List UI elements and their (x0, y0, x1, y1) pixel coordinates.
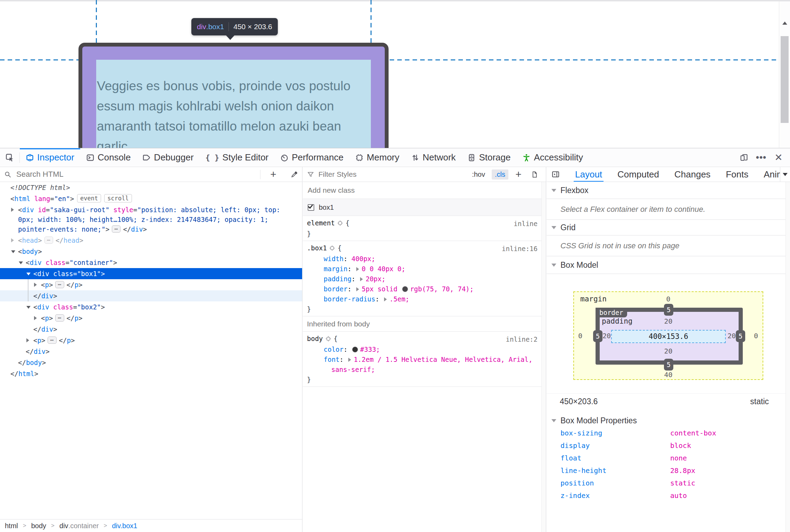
search-input[interactable]: Search HTML (16, 170, 64, 179)
border-right-value[interactable]: 5 (736, 330, 745, 342)
tab-accessibility[interactable]: Accessibility (516, 148, 589, 167)
tab-debugger[interactable]: Debugger (136, 148, 199, 167)
expand-inline-button[interactable]: ⋯ (55, 314, 64, 322)
expand-shorthand-icon[interactable] (356, 287, 359, 291)
twisty-icon[interactable] (26, 306, 31, 309)
tab-memory[interactable]: Memory (349, 148, 405, 167)
box-model-property-row[interactable]: floatnone (547, 452, 785, 464)
margin-top-value[interactable]: 0 (574, 295, 763, 303)
margin-bottom-value[interactable]: 40 (574, 371, 763, 379)
box-model-properties-header[interactable]: Box Model Properties (547, 414, 785, 427)
tab-performance[interactable]: Performance (274, 148, 349, 167)
expand-shorthand-icon[interactable] (360, 277, 363, 281)
css-declaration[interactable]: font: 1.2em / 1.5 Helvetica Neue, Helvet… (303, 355, 541, 365)
tree-row[interactable]: <p>⋯</p> (0, 335, 302, 346)
tree-row[interactable]: <head>⋯</head> (0, 235, 302, 246)
create-node-button[interactable]: + (265, 168, 281, 180)
expand-shorthand-icon[interactable] (356, 267, 359, 271)
rule-selector[interactable]: body (307, 335, 323, 342)
css-declaration[interactable]: border: 5px solid rgb(75, 70, 74); (303, 284, 541, 294)
css-declaration[interactable]: color: #333; (303, 344, 541, 355)
tab-inspector[interactable]: Inspector (20, 148, 80, 167)
box-model-property-row[interactable]: box-sizingcontent-box (547, 427, 785, 439)
box-model-content-box[interactable]: 400×153.6 (611, 330, 726, 343)
border-bottom-value[interactable]: 5 (664, 359, 673, 371)
responsive-design-mode-button[interactable] (735, 153, 752, 162)
tree-row-selected[interactable]: <div class="box1"> (0, 268, 302, 279)
twisty-icon[interactable] (34, 283, 37, 287)
tree-row[interactable]: 0px; width: 100%; height…100%; z-index: … (0, 215, 302, 225)
box-model-property-row[interactable]: z-indexauto (547, 489, 785, 502)
expand-sidebar-button[interactable] (551, 170, 560, 178)
expand-shorthand-icon[interactable] (348, 358, 351, 362)
breadcrumb-item[interactable]: body (31, 522, 46, 530)
rules-scrollbar-track[interactable] (541, 182, 546, 532)
css-declaration[interactable]: border-radius: .5em; (303, 294, 541, 304)
border-left-value[interactable]: 5 (593, 330, 602, 342)
sidebar-tab-changes[interactable]: Changes (674, 167, 710, 182)
close-devtools-button[interactable]: ✕ (770, 152, 787, 163)
highlight-selector-icon[interactable] (329, 244, 335, 254)
padding-right-value[interactable]: 20 (727, 332, 736, 340)
padding-bottom-value[interactable]: 20 (574, 347, 763, 355)
tree-row[interactable]: <div id="saka-gui-root" style="position:… (0, 204, 302, 215)
class-checkbox[interactable] (308, 204, 314, 211)
css-declaration[interactable]: padding: 20px; (303, 274, 541, 284)
toggle-classes-button[interactable]: .cls (492, 169, 508, 180)
color-swatch[interactable] (402, 286, 408, 292)
tree-row[interactable]: <div class="box2"> (0, 301, 302, 313)
breadcrumb-item[interactable]: div.box1 (112, 522, 137, 530)
color-swatch[interactable] (352, 347, 358, 352)
tree-row[interactable]: </body> (0, 357, 302, 368)
breadcrumb-item[interactable]: html (5, 522, 18, 530)
tree-row[interactable]: <body> (0, 246, 302, 257)
filter-styles-input[interactable]: Filter Styles (318, 170, 357, 178)
padding-left-value[interactable]: 20 (602, 332, 611, 340)
css-declaration[interactable]: width: 400px; (303, 254, 541, 264)
add-rule-button[interactable]: + (513, 168, 524, 180)
node-badge[interactable]: scroll (104, 194, 132, 202)
tree-row[interactable]: <html lang="en">eventscroll (0, 193, 302, 204)
add-class-row[interactable]: Add new class (303, 182, 541, 199)
tree-row[interactable]: </div> (0, 324, 302, 335)
tree-row[interactable]: </div> (0, 346, 302, 357)
box-model-property-row[interactable]: displayblock (547, 439, 785, 452)
twisty-icon[interactable] (26, 273, 31, 275)
twisty-icon[interactable] (19, 261, 23, 264)
devtools-menu-button[interactable]: ••• (752, 152, 770, 163)
toggle-pseudo-classes-button[interactable]: :hov (469, 169, 488, 180)
breadcrumb-item[interactable]: div.container (59, 522, 99, 530)
margin-left-value[interactable]: 0 (578, 332, 582, 340)
rule-source-link[interactable]: inline (514, 219, 538, 229)
print-media-simulation-button[interactable] (529, 171, 540, 178)
rule-selector[interactable]: .box1 (307, 244, 327, 252)
twisty-icon[interactable] (11, 208, 14, 212)
sidebar-scrollbar-track[interactable] (785, 182, 790, 532)
scrollbar-thumb[interactable] (781, 36, 789, 123)
tab-style-editor[interactable]: { } Style Editor (200, 148, 275, 167)
tree-row[interactable]: <div class="container"> (0, 257, 302, 268)
box-model-property-row[interactable]: line-height28.8px (547, 464, 785, 477)
twisty-icon[interactable] (26, 338, 29, 342)
twisty-icon[interactable] (11, 238, 14, 242)
tree-row[interactable]: <p>⋯</p> (0, 313, 302, 324)
add-class-input[interactable]: Add new class (308, 186, 355, 194)
sidebar-tabs-overflow-button[interactable] (780, 167, 790, 182)
sidebar-tab-fonts[interactable]: Fonts (726, 167, 748, 182)
scroll-up-arrow-icon[interactable] (782, 22, 787, 25)
twisty-icon[interactable] (11, 250, 15, 253)
padding-top-value[interactable]: 20 (574, 317, 763, 325)
css-declaration[interactable]: margin: 0 0 40px 0; (303, 264, 541, 274)
rule-source-link[interactable]: inline:16 (502, 244, 538, 254)
box-model-property-row[interactable]: positionstatic (547, 477, 785, 489)
expand-inline-button[interactable]: ⋯ (44, 236, 53, 244)
expand-shorthand-icon[interactable] (384, 297, 387, 301)
sidebar-tab-layout[interactable]: Layout (575, 167, 602, 182)
sidebar-tab-computed[interactable]: Computed (617, 167, 659, 182)
expand-inline-button[interactable]: ⋯ (48, 336, 56, 344)
box-model-margin-layer[interactable]: margin 0 0 0 40 border padding 20 20 20 … (573, 291, 763, 380)
page-scrollbar[interactable] (779, 1, 790, 148)
rule-selector[interactable]: element (307, 219, 335, 227)
border-top-value[interactable]: 5 (664, 304, 673, 316)
expand-inline-button[interactable]: ⋯ (55, 281, 64, 288)
